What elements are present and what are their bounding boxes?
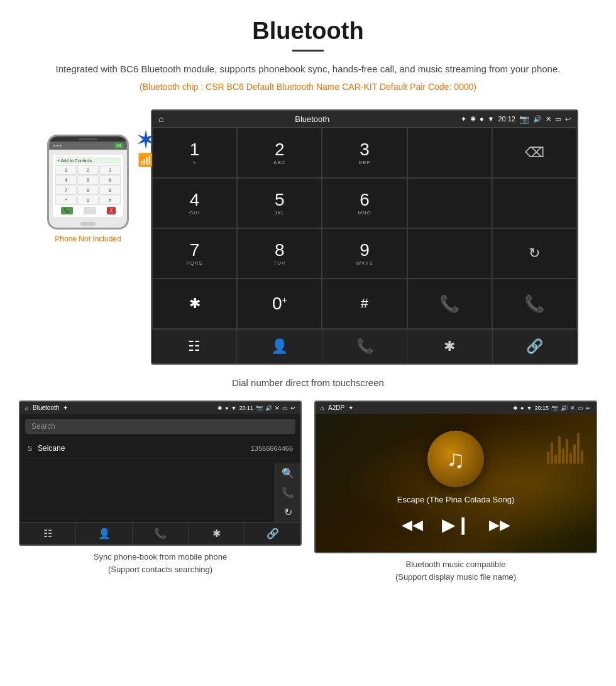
dial-key-0[interactable]: 0+ [237,279,322,329]
time-display: 20:12 [498,115,515,123]
phone-home-button[interactable] [80,222,96,226]
phone-key-hash[interactable]: # [99,196,121,205]
usb-icon: ✦ [461,115,466,123]
music-usb-icon: ✦ [348,404,353,411]
dial-key-2[interactable]: 2 ABC [237,128,322,178]
nav-phone[interactable]: 📞 [322,329,407,363]
dial-call-green[interactable]: 📞 [407,279,492,329]
phonebook-side-refresh-icon[interactable]: ↻ [284,506,292,518]
music-next-button[interactable]: ▶▶ [489,517,510,533]
phonebook-statusbar: ⌂ Bluetooth ✦ ✱ ● ▼ 20:11 📷 🔊 ✕ ▭ ↩ [20,402,300,414]
close-icon[interactable]: ✕ [546,115,551,123]
dial-empty-2 [407,178,492,228]
phonebook-contact-name: Seicane [38,444,251,453]
page-specs: (Bluetooth chip : CSR BC6 Default Blueto… [13,82,603,92]
phonebook-camera-icon: 📷 [256,405,263,411]
nav-grid[interactable]: ☷ [152,329,237,363]
phonebook-time: 20:11 [239,405,253,411]
page-description: Integrated with BC6 Bluetooth module, su… [13,62,603,77]
phone-key-5[interactable]: 5 [77,175,99,185]
phonebook-contact-row[interactable]: S Seicane 13566664466 [25,439,295,458]
music-camera-icon: 📷 [551,405,558,411]
music-min-icon[interactable]: ▭ [578,405,583,411]
dial-backspace[interactable]: ⌫ [492,128,577,178]
phone-key-6[interactable]: 6 [99,175,121,185]
phonebook-usb-icon: ✦ [63,404,68,411]
phonebook-nav-bt[interactable]: ✱ [189,523,245,545]
phone-key-3[interactable]: 3 [99,165,121,175]
phone-key-7[interactable]: 7 [55,185,77,195]
phone-key-4[interactable]: 4 [55,175,77,185]
dial-key-6[interactable]: 6 MNO [322,178,407,228]
nav-bluetooth[interactable]: ✱ [407,329,492,363]
dial-key-4[interactable]: 4 GHI [152,178,237,228]
phone-key-8[interactable]: 8 [77,185,99,195]
dialer-grid: 1 ∿ 2 ABC 3 DEF ⌫ 4 GHI 5 JKL [152,127,577,329]
phone-key-2[interactable]: 2 [77,165,99,175]
phonebook-min-icon[interactable]: ▭ [282,405,288,411]
phone-key-0[interactable]: 0 [77,196,99,205]
nav-link[interactable]: 🔗 [493,329,577,363]
dial-key-hash[interactable]: # [322,279,407,329]
minimize-icon[interactable]: ▭ [555,115,561,123]
dial-key-3[interactable]: 3 DEF [322,128,407,178]
bt-signal-area: ✶ 📶 [137,128,154,167]
home-icon[interactable]: ⌂ [158,114,163,124]
music-app-name: A2DP [328,404,344,411]
phonebook-nav-person[interactable]: 👤 [76,523,132,545]
back-icon[interactable]: ↩ [565,115,571,123]
music-song-title: Escape (The Pina Colada Song) [397,495,514,504]
main-screen-section: ✶ 📶 ●●● M + Add to Contacts 1 2 3 [0,109,616,371]
phonebook-bottom-nav: ☷ 👤 📞 ✱ 🔗 [20,522,300,545]
music-statusbar: ⌂ A2DP ✦ ✱ ● ▼ 20:15 📷 🔊 ✕ ▭ ↩ [316,402,596,414]
music-play-button[interactable]: ▶❙ [442,514,470,535]
statusbar-right: ✦ ✱ ● ▼ 20:12 📷 🔊 ✕ ▭ ↩ [461,114,571,124]
music-note-icon: ♫ [446,445,465,473]
phonebook-sb-right: ✱ ● ▼ 20:11 📷 🔊 ✕ ▭ ↩ [217,405,295,411]
phone-end-btn[interactable]: ╳ [107,207,116,214]
phone-call-btn[interactable]: 📞 [61,207,73,214]
dial-key-9[interactable]: 9 WXYZ [322,228,407,279]
phonebook-nav-phone[interactable]: 📞 [133,523,189,545]
bluetooth-icon: ✶ [137,128,154,152]
dial-redial[interactable]: ↻ [492,228,577,279]
main-screen-caption: Dial number direct from touchscreen [0,377,616,388]
dial-empty-4 [407,228,492,279]
phone-screen: + Add to Contacts 1 2 3 4 5 6 7 8 9 * 0 … [53,155,123,217]
dial-key-star[interactable]: ✱ [152,279,237,329]
phone-key-9[interactable]: 9 [99,185,121,195]
dial-call-red[interactable]: 📞 [492,279,577,329]
phonebook-side-icons: 🔍 📞 ↻ [275,463,300,522]
camera-icon: 📷 [519,114,529,124]
phonebook-vol-icon: 🔊 [265,405,272,411]
phone-container: ✶ 📶 ●●● M + Add to Contacts 1 2 3 [38,109,138,243]
dial-key-7[interactable]: 7 PQRS [152,228,237,279]
signal-icon: ▼ [488,115,495,123]
nav-contacts[interactable]: 👤 [237,329,322,363]
music-home-icon[interactable]: ⌂ [321,404,324,411]
phone-key-star[interactable]: * [55,196,77,205]
dial-key-8[interactable]: 8 TUV [237,228,322,279]
phone-key-1[interactable]: 1 [55,165,77,175]
music-back-icon[interactable]: ↩ [586,405,591,411]
music-close-icon[interactable]: ✕ [570,405,575,411]
phonebook-nav-grid[interactable]: ☷ [20,523,76,545]
phonebook-search-placeholder: Search [31,422,55,431]
music-vol-icon: 🔊 [561,405,568,411]
phonebook-search-box[interactable]: Search [25,419,295,434]
music-prev-button[interactable]: ◀◀ [402,517,423,533]
phonebook-side-search-icon[interactable]: 🔍 [282,467,294,479]
bluetooth-status-icon: ✱ [470,115,476,123]
location-icon: ● [480,115,484,123]
dial-key-1[interactable]: 1 ∿ [152,128,237,178]
phonebook-nav-link[interactable]: 🔗 [245,523,300,545]
phone-mock: ●●● M + Add to Contacts 1 2 3 4 5 6 7 8 … [47,135,129,230]
phonebook-side-phone-icon[interactable]: 📞 [282,487,294,499]
dial-key-5[interactable]: 5 JKL [237,178,322,228]
bottom-screenshots: ⌂ Bluetooth ✦ ✱ ● ▼ 20:11 📷 🔊 ✕ ▭ ↩ [0,401,616,595]
phonebook-close-icon[interactable]: ✕ [275,405,280,411]
phonebook-contact-number: 13566664466 [251,445,293,452]
phonebook-back-icon[interactable]: ↩ [290,405,295,411]
phonebook-home-icon[interactable]: ⌂ [25,404,29,411]
music-location-icon: ● [520,405,524,411]
